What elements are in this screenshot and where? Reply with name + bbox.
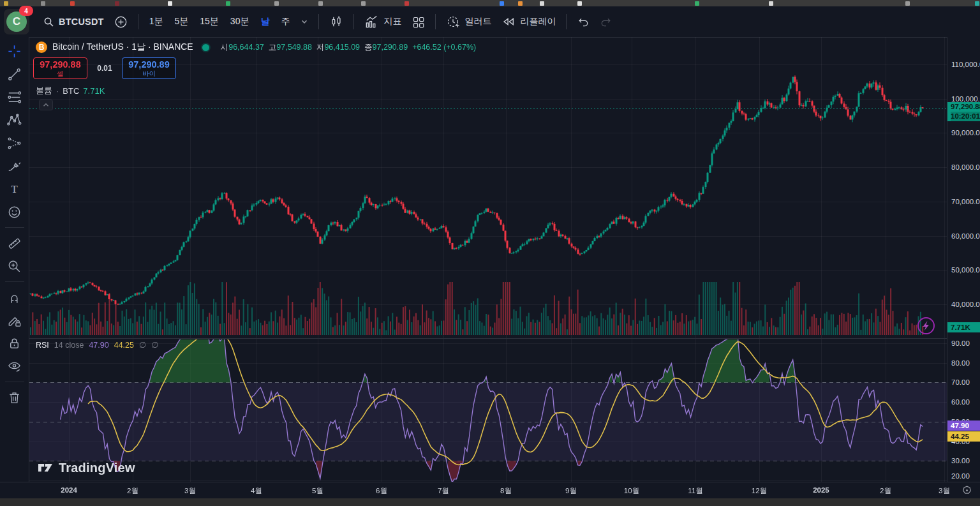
zoom-in-tool[interactable]	[3, 255, 27, 278]
close-label: 종	[364, 43, 373, 52]
favicon[interactable]	[168, 1, 172, 6]
close-value: 97,290.89	[373, 43, 408, 52]
rsi-ma-axis-label: 44.25	[947, 431, 980, 442]
open-value: 96,644.37	[228, 43, 264, 52]
user-avatar[interactable]: C 4	[4, 9, 29, 34]
alert-button[interactable]: 얼러트	[441, 11, 496, 33]
rsi-legend[interactable]: RSI 14 close 47.90 44.25 ∅ ∅	[36, 340, 159, 350]
compare-add-button[interactable]	[109, 11, 133, 33]
eye-hide-tool[interactable]	[3, 355, 27, 378]
time-tick: 3월	[184, 486, 196, 496]
text-tool[interactable]: T	[3, 177, 27, 200]
trend-line-tool[interactable]	[3, 63, 27, 86]
brush-tool[interactable]	[3, 154, 27, 177]
axis-settings-icon[interactable]	[961, 485, 972, 498]
favicon[interactable]	[361, 1, 366, 6]
favicon[interactable]	[540, 1, 544, 6]
drawing-toolbar: T	[0, 37, 29, 506]
tradingview-watermark[interactable]: TradingView	[37, 459, 135, 476]
notification-badge: 4	[19, 6, 33, 16]
favicon[interactable]	[41, 1, 45, 6]
xabcd-pattern-tool[interactable]	[3, 108, 27, 131]
price-tick: 70,000.00	[951, 198, 980, 205]
chart-area[interactable]	[29, 37, 947, 482]
undo-button[interactable]	[572, 11, 595, 32]
lock-icon	[6, 336, 22, 352]
favicon[interactable]	[70, 1, 75, 6]
ruler-tool[interactable]	[3, 232, 27, 255]
eye-hide-icon	[6, 359, 22, 375]
trash-tool[interactable]	[3, 386, 27, 409]
time-axis[interactable]: 20242월3월4월5월6월7월8월9월10월11월12월20252월3월	[0, 482, 980, 499]
sidebar-separator	[5, 382, 24, 382]
time-tick: 2025	[813, 486, 829, 494]
tradingview-logo-icon	[37, 459, 54, 476]
legend-collapse-button[interactable]	[39, 100, 53, 110]
forecast-tool[interactable]	[3, 131, 27, 154]
chevron-down-icon	[301, 18, 308, 26]
symbol-search-button[interactable]: BTCUSDT	[38, 13, 109, 31]
favicon[interactable]	[518, 1, 523, 6]
rsi-icon-2[interactable]: ∅	[151, 340, 158, 350]
replay-button[interactable]: 리플레이	[496, 11, 561, 33]
time-tick: 6월	[376, 486, 387, 496]
candlestick-icon	[329, 15, 343, 29]
favicon[interactable]	[695, 1, 699, 6]
time-tick: 10월	[624, 486, 639, 496]
layout-button[interactable]	[406, 11, 430, 33]
pane-separator[interactable]	[29, 338, 980, 339]
volume-legend[interactable]: 볼륨 · BTC 7.71K	[36, 85, 105, 96]
rsi-tick: 60.00	[951, 398, 970, 406]
chart-legend[interactable]: B Bitcoin / TetherUS · 1날 · BINANCE 시96,…	[36, 41, 476, 53]
favicon[interactable]	[769, 1, 773, 6]
favicon[interactable]	[405, 1, 409, 6]
timeframe-group: 1분5분15분30분날주	[144, 12, 296, 31]
indicators-button[interactable]: 지표	[359, 11, 406, 33]
timeframe-5분[interactable]: 5분	[168, 12, 194, 31]
price-tick: 100,000.00	[951, 95, 980, 103]
timeframe-dropdown[interactable]	[295, 14, 313, 29]
timeframe-30분[interactable]: 30분	[225, 12, 255, 31]
timeframe-주[interactable]: 주	[275, 12, 295, 31]
chart-style-button[interactable]	[324, 11, 348, 33]
buy-button[interactable]: 97,290.89 바이	[122, 57, 176, 79]
timeframe-날[interactable]: 날	[255, 12, 275, 31]
alert-clock-icon	[446, 15, 460, 29]
sell-button[interactable]: 97,290.88 셀	[33, 57, 87, 79]
market-status-dot[interactable]	[202, 44, 209, 51]
price-tick: 40,000.00	[951, 301, 980, 308]
favicon[interactable]	[500, 1, 504, 6]
price-tick: 80,000.00	[951, 163, 980, 171]
trash-icon	[6, 390, 22, 406]
rsi-icon-1[interactable]: ∅	[139, 340, 146, 350]
price-axis[interactable]: 20.0030.0040.0050.0060.0070.0080.0090.00…	[947, 37, 980, 482]
magnet-tool[interactable]	[3, 286, 27, 309]
emoji-icon	[6, 204, 22, 220]
brush-icon	[6, 158, 22, 174]
favicon[interactable]	[905, 1, 910, 6]
symbol-title[interactable]: Bitcoin / TetherUS · 1날 · BINANCE	[52, 41, 193, 53]
crosshair-tool[interactable]	[3, 40, 27, 63]
rsi-axis-label: 47.90	[947, 420, 980, 431]
current-price-label: 97,290.88 10:20:01	[947, 102, 980, 121]
instant-trading-button[interactable]	[916, 316, 936, 336]
favicon[interactable]	[274, 1, 279, 6]
fib-lines-tool[interactable]	[3, 86, 27, 108]
price-tick: 110,000.00	[951, 61, 980, 68]
time-tick: 8월	[500, 486, 512, 496]
favicon[interactable]	[577, 1, 582, 6]
edit-lock-tool[interactable]	[3, 309, 27, 332]
timeframe-15분[interactable]: 15분	[194, 12, 225, 31]
lock-tool[interactable]	[3, 332, 27, 355]
favicon[interactable]	[226, 1, 230, 6]
rsi-ma-value: 44.25	[114, 341, 134, 350]
ruler-icon	[6, 235, 22, 251]
rsi-name: RSI	[36, 341, 49, 350]
favicon[interactable]	[975, 1, 979, 6]
redo-button[interactable]	[595, 11, 618, 32]
favicon[interactable]	[4, 1, 8, 6]
favicon[interactable]	[115, 1, 119, 6]
emoji-tool[interactable]	[3, 200, 27, 223]
favicon[interactable]	[318, 1, 323, 6]
timeframe-1분[interactable]: 1분	[144, 12, 169, 31]
